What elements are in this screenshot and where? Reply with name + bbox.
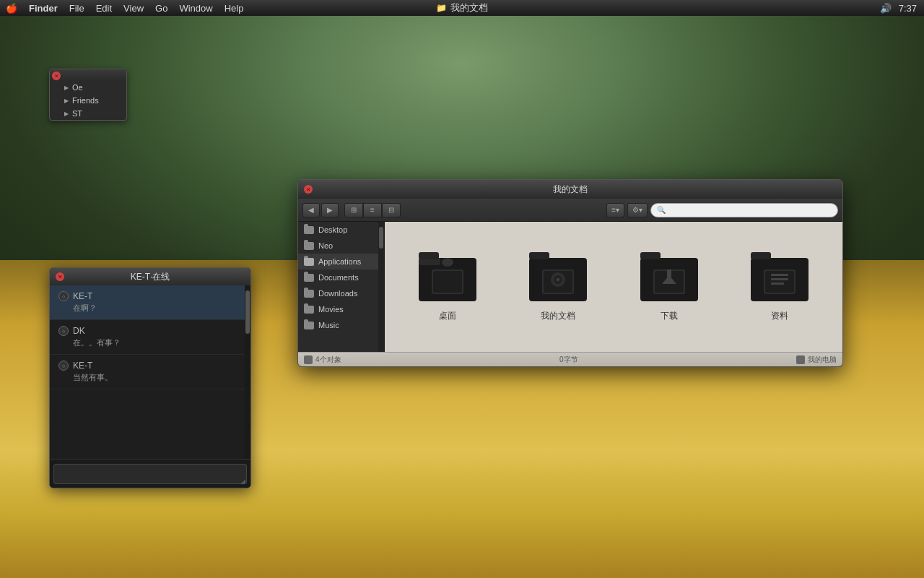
sidebar-neo-icon <box>304 241 314 251</box>
msg-name-2: KE-T <box>73 361 92 371</box>
popup-item-label: Friends <box>72 96 99 105</box>
finder-item-data[interactable]: 资料 <box>736 252 823 322</box>
sidebar-item-downloads[interactable]: Downloads <box>298 285 384 301</box>
msg-name-0: KE-T <box>73 291 92 301</box>
chat-message-2[interactable]: ○ KE-T 当然有事。 <box>50 355 250 389</box>
chat-message-0[interactable]: ○ KE-T 在啊？ <box>50 285 250 320</box>
sidebar-applications-icon <box>304 256 314 267</box>
avatar-2: ○ <box>58 361 69 371</box>
finder-window: ✕ 我的文档 ◀ ▶ ⊞ ≡ ⊟ ≡▾ ⚙▾ 🔍 <box>297 179 843 367</box>
apple-menu[interactable]: 🍎 <box>0 0 23 16</box>
sidebar-item-label: Music <box>318 321 339 329</box>
chat-titlebar: ✕ KE-T·在线 <box>50 268 250 285</box>
finder-item-desktop[interactable]: 桌面 <box>404 252 491 322</box>
toolbar-back-button[interactable]: ◀ <box>302 203 320 217</box>
sidebar-item-documents[interactable]: Documents <box>298 269 384 285</box>
menubar: 🍎 Finder File Edit View Go Window Help 📁… <box>0 0 924 16</box>
popup-item-st[interactable]: ▶ ST <box>50 107 126 120</box>
sidebar-item-desktop[interactable]: Desktop <box>298 222 384 238</box>
status-computer-icon <box>796 355 805 364</box>
sidebar-item-music[interactable]: Music <box>298 317 384 333</box>
arrow-icon: ▶ <box>64 85 69 91</box>
sidebar-item-label: Neo <box>318 241 333 250</box>
menu-go[interactable]: Go <box>149 0 173 16</box>
toolbar-search-box[interactable]: 🔍 <box>650 203 838 217</box>
chat-resize-handle[interactable]: ◢ <box>240 478 249 486</box>
avatar-1: ○ <box>58 326 69 336</box>
finder-item-mydocs[interactable]: 我的文档 <box>515 252 601 322</box>
popup-close-button[interactable]: ✕ <box>52 72 61 80</box>
menu-right: 🔊 7:37 <box>880 3 924 14</box>
finder-folder-icon-mydocs <box>529 252 587 304</box>
toolbar-list-view-button[interactable]: ≡ <box>363 203 382 217</box>
popup-item-oe[interactable]: ▶ Oe <box>50 81 126 94</box>
finder-close-button[interactable]: ✕ <box>304 185 313 194</box>
popup-menu: ✕ ▶ Oe ▶ Friends ▶ ST <box>49 69 127 121</box>
arrange-label: ≡▾ <box>611 206 619 214</box>
finder-item-label: 资料 <box>771 310 788 322</box>
sidebar-item-movies[interactable]: Movies <box>298 301 384 317</box>
chat-input-area <box>50 459 250 488</box>
menu-file[interactable]: File <box>64 0 90 16</box>
menu-center-title: 📁 我的文档 <box>436 1 488 14</box>
menu-finder[interactable]: Finder <box>23 0 64 16</box>
svg-rect-14 <box>640 252 661 259</box>
menu-help[interactable]: Help <box>219 0 250 16</box>
chat-message-1[interactable]: ○ DK 在。。有事？ <box>50 320 250 355</box>
finder-content: 桌面 我的文档 <box>385 222 842 352</box>
status-size: 0字节 <box>559 355 578 365</box>
toolbar-view-buttons: ⊞ ≡ ⊟ <box>344 203 401 217</box>
msg-header-1: ○ DK <box>58 326 242 336</box>
menu-window[interactable]: Window <box>173 0 218 16</box>
svg-rect-4 <box>433 271 462 293</box>
chat-input[interactable] <box>53 464 247 484</box>
msg-header-2: ○ KE-T <box>58 361 242 371</box>
chat-close-button[interactable]: ✕ <box>56 272 64 281</box>
toolbar-nav: ◀ ▶ <box>302 203 339 217</box>
status-icon <box>304 355 313 364</box>
chat-window: ✕ KE-T·在线 ○ KE-T 在啊？ ○ DK 在。。有事？ ○ KE-T … <box>49 267 251 488</box>
status-item-count: 4个对象 <box>315 355 341 365</box>
popup-item-friends[interactable]: ▶ Friends <box>50 94 126 107</box>
finder-item-downloads[interactable]: 下载 <box>626 252 712 322</box>
menu-center-label: 我的文档 <box>450 1 488 14</box>
sidebar-item-label: Documents <box>318 273 359 282</box>
msg-text-1: 在。。有事？ <box>58 337 242 348</box>
toolbar-forward-button[interactable]: ▶ <box>321 203 339 217</box>
sidebar-scrollbar[interactable] <box>378 222 384 352</box>
toolbar-icon-view-button[interactable]: ⊞ <box>344 203 363 217</box>
sidebar-item-neo[interactable]: Neo <box>298 238 384 254</box>
finder-titlebar: ✕ 我的文档 <box>298 180 842 199</box>
toolbar-arrange-button[interactable]: ≡▾ <box>606 203 624 217</box>
msg-header-0: ○ KE-T <box>58 291 242 301</box>
search-icon: 🔍 <box>657 206 666 214</box>
volume-icon: 🔊 <box>880 3 892 14</box>
search-input[interactable] <box>668 206 832 215</box>
popup-item-label: ST <box>72 109 82 118</box>
menu-edit[interactable]: Edit <box>90 0 118 16</box>
sidebar-downloads-icon <box>304 288 314 298</box>
svg-rect-25 <box>771 282 784 285</box>
finder-folder-icon-data <box>751 252 808 304</box>
finder-body: Desktop Neo Applications Documents <box>298 222 842 352</box>
toolbar-column-view-button[interactable]: ⊟ <box>382 203 401 217</box>
finder-folder-icon-desktop <box>419 252 476 304</box>
toolbar-action-button[interactable]: ⚙▾ <box>627 203 648 217</box>
menu-view[interactable]: View <box>118 0 149 16</box>
finder-item-label: 下载 <box>661 310 678 322</box>
avatar-0: ○ <box>58 291 69 301</box>
finder-toolbar: ◀ ▶ ⊞ ≡ ⊟ ≡▾ ⚙▾ 🔍 <box>298 199 842 222</box>
sidebar-item-applications[interactable]: Applications <box>298 254 384 269</box>
sidebar-item-label: Downloads <box>318 289 357 298</box>
sidebar-music-icon <box>304 320 314 330</box>
finder-statusbar: 4个对象 0字节 我的电脑 <box>298 352 842 366</box>
chat-scrollbar-thumb <box>245 290 250 334</box>
sidebar-desktop-icon <box>304 225 314 235</box>
chat-body[interactable]: ○ KE-T 在啊？ ○ DK 在。。有事？ ○ KE-T 当然有事。 <box>50 285 250 459</box>
finder-folder-icon-downloads <box>640 252 698 304</box>
sidebar-documents-icon <box>304 272 314 282</box>
finder-icon-small: 📁 <box>436 3 447 13</box>
chat-scrollbar[interactable] <box>245 285 250 459</box>
status-right: 我的电脑 <box>796 355 837 365</box>
sidebar-scrollbar-thumb <box>379 227 383 249</box>
